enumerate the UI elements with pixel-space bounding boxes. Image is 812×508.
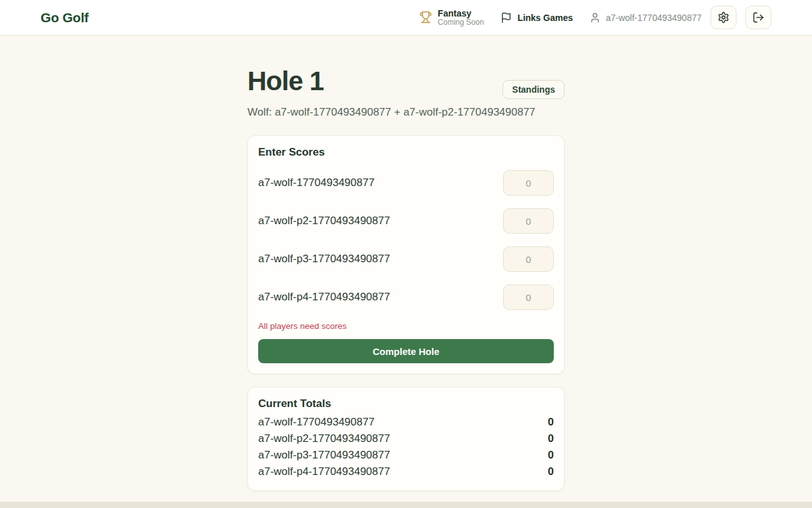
page-bottom-strip <box>0 502 812 508</box>
total-player-name: a7-wolf-p4-1770493490877 <box>258 464 390 480</box>
score-input-player-4[interactable] <box>503 284 554 310</box>
total-value: 0 <box>548 447 554 464</box>
player-name: a7-wolf-p3-1770493490877 <box>258 253 390 265</box>
total-row: a7-wolf-p3-1770493490877 0 <box>258 447 554 464</box>
nav-item-fantasy[interactable]: Fantasy Coming Soon <box>419 8 484 27</box>
total-row: a7-wolf-p4-1770493490877 0 <box>258 464 554 480</box>
score-row: a7-wolf-p2-1770493490877 <box>258 208 554 234</box>
total-value: 0 <box>548 431 554 447</box>
player-name: a7-wolf-1770493490877 <box>258 177 374 189</box>
total-player-name: a7-wolf-p2-1770493490877 <box>258 431 390 447</box>
nav-links-games-label: Links Games <box>518 13 573 23</box>
nav-fantasy-sublabel: Coming Soon <box>438 18 484 27</box>
user-chip: a7-wolf-1770493490877 <box>589 12 702 23</box>
score-row: a7-wolf-1770493490877 <box>258 170 554 196</box>
score-row: a7-wolf-p4-1770493490877 <box>258 284 554 310</box>
standings-button[interactable]: Standings <box>502 80 565 99</box>
settings-button[interactable] <box>710 6 737 29</box>
total-value: 0 <box>548 464 554 480</box>
header-buttons <box>710 6 771 29</box>
player-name: a7-wolf-p2-1770493490877 <box>258 215 390 227</box>
current-totals-heading: Current Totals <box>258 398 554 410</box>
enter-scores-card: Enter Scores a7-wolf-1770493490877 a7-wo… <box>247 135 565 374</box>
app-header: Go Golf Fantasy Coming Soon <box>0 0 812 36</box>
user-name: a7-wolf-1770493490877 <box>606 13 702 23</box>
current-totals-card: Current Totals a7-wolf-1770493490877 0 a… <box>247 387 565 491</box>
total-player-name: a7-wolf-p3-1770493490877 <box>258 447 390 464</box>
total-player-name: a7-wolf-1770493490877 <box>258 414 374 431</box>
header-nav: Fantasy Coming Soon Links Games a7-wolf-… <box>419 6 771 29</box>
total-row: a7-wolf-p2-1770493490877 0 <box>258 431 554 447</box>
trophy-icon <box>419 11 432 23</box>
nav-item-links-games[interactable]: Links Games <box>501 12 573 23</box>
player-name: a7-wolf-p4-1770493490877 <box>258 291 390 304</box>
score-input-player-3[interactable] <box>503 246 554 272</box>
app-logo[interactable]: Go Golf <box>41 10 89 25</box>
enter-scores-heading: Enter Scores <box>258 146 554 159</box>
page-title: Hole 1 <box>247 67 324 96</box>
total-row: a7-wolf-1770493490877 0 <box>258 414 554 431</box>
user-icon <box>589 12 601 23</box>
gear-icon <box>717 11 730 23</box>
total-value: 0 <box>548 414 554 431</box>
flag-icon <box>501 12 512 23</box>
page-subtitle: Wolf: a7-wolf-1770493490877 + a7-wolf-p2… <box>247 106 565 119</box>
score-row: a7-wolf-p3-1770493490877 <box>258 246 554 272</box>
validation-error: All players need scores <box>258 321 554 331</box>
score-input-player-1[interactable] <box>503 170 554 196</box>
logout-button[interactable] <box>745 6 771 29</box>
logout-icon <box>752 11 764 23</box>
main-content: Hole 1 Standings Wolf: a7-wolf-177049349… <box>247 36 565 491</box>
complete-hole-button[interactable]: Complete Hole <box>258 339 554 363</box>
score-input-player-2[interactable] <box>503 208 554 234</box>
title-row: Hole 1 Standings <box>247 67 565 99</box>
totals-list: a7-wolf-1770493490877 0 a7-wolf-p2-17704… <box>258 414 554 480</box>
nav-fantasy-label: Fantasy <box>438 8 484 18</box>
